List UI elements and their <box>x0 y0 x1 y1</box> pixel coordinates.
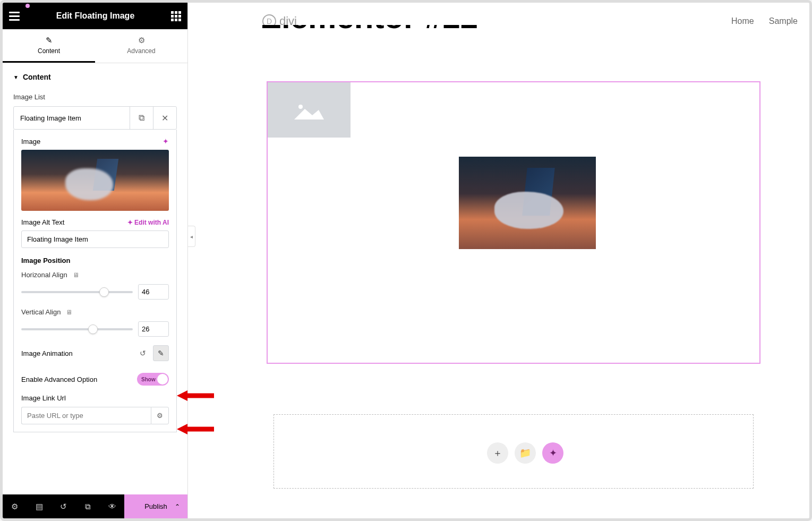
add-section-icon[interactable]: ＋ <box>487 442 508 464</box>
enable-advanced-label: Enable Advanced Option <box>21 375 97 383</box>
desktop-icon[interactable]: 🖥 <box>66 309 72 316</box>
image-animation-label: Image Animation <box>21 349 73 357</box>
gear-icon: ⚙ <box>95 36 187 45</box>
publish-button[interactable]: Publish ⌃ <box>124 494 187 518</box>
nav-home[interactable]: Home <box>731 16 754 26</box>
floating-image[interactable] <box>459 157 596 249</box>
image-list-label: Image List <box>13 93 177 101</box>
close-icon[interactable]: ✕ <box>153 106 176 130</box>
floating-image-widget[interactable] <box>267 81 760 364</box>
repeater-sub-panel: Image ✦ Image Alt Text ✦ Edit with AI Im… <box>13 130 177 432</box>
nav-sample[interactable]: Sample <box>769 16 798 26</box>
settings-icon[interactable]: ⚙ <box>3 494 27 518</box>
responsive-icon[interactable]: ⧉ <box>75 494 100 518</box>
tab-advanced-label: Advanced <box>127 47 155 55</box>
widgets-grid-icon[interactable] <box>171 11 181 21</box>
template-library-icon[interactable]: 📁 <box>515 442 536 464</box>
menu-icon[interactable] <box>9 12 20 21</box>
image-picker[interactable] <box>21 150 169 211</box>
collapse-sidebar-handle[interactable]: ◂ <box>188 226 195 247</box>
annotation-arrow <box>177 390 214 401</box>
section-content-toggle[interactable]: ▼ Content <box>13 73 177 81</box>
annotation-arrow <box>177 424 214 434</box>
link-options-icon[interactable]: ⚙ <box>151 407 169 424</box>
history-icon[interactable]: ↺ <box>52 494 76 518</box>
repeater-item-label: Floating Image Item <box>14 114 130 122</box>
tab-content[interactable]: ✎ Content <box>3 29 95 63</box>
section-title: Content <box>23 73 51 81</box>
editor-sidebar: Edit Floating Image ✎ Content ⚙ Advanced… <box>3 3 188 518</box>
page-title: Elementor #22 <box>260 25 478 53</box>
image-label: Image <box>21 138 40 146</box>
panel-tabs: ✎ Content ⚙ Advanced <box>3 29 187 63</box>
nav-links: Home Sample <box>731 16 798 26</box>
panel-body: ▼ Content Image List Floating Image Item… <box>3 63 187 494</box>
horizontal-align-value[interactable] <box>138 284 169 300</box>
navigator-icon[interactable]: ▤ <box>27 494 52 518</box>
vertical-align-value[interactable] <box>138 321 169 337</box>
panel-title: Edit Floating Image <box>56 11 135 21</box>
alt-text-label: Image Alt Text <box>21 218 64 226</box>
duplicate-icon[interactable]: ⧉ <box>130 106 153 130</box>
edit-icon[interactable]: ✎ <box>153 345 169 361</box>
ai-sparkle-icon[interactable]: ✦ <box>163 137 169 146</box>
caret-down-icon: ▼ <box>13 74 19 80</box>
pencil-icon: ✎ <box>3 36 95 45</box>
notification-dot <box>25 4 30 8</box>
svg-point-0 <box>298 105 303 109</box>
sidebar-footer: ⚙ ▤ ↺ ⧉ 👁 Publish ⌃ <box>3 494 187 518</box>
tab-content-label: Content <box>38 47 60 55</box>
edit-with-ai-link[interactable]: ✦ Edit with AI <box>127 219 169 226</box>
repeater-item[interactable]: Floating Image Item ⧉ ✕ <box>13 106 177 130</box>
vertical-align-slider[interactable] <box>21 328 133 330</box>
image-link-input[interactable] <box>21 407 151 424</box>
preview-icon[interactable]: 👁 <box>100 494 124 518</box>
reset-icon[interactable]: ↺ <box>135 345 151 361</box>
vertical-align-label: Vertical Align <box>21 308 61 316</box>
preview-canvas: D divi Home Sample Elementor #22 ＋ 📁 ✦ <box>188 3 809 518</box>
add-section-controls: ＋ 📁 ✦ <box>487 442 563 464</box>
image-placeholder-icon <box>268 82 351 138</box>
horizontal-align-slider[interactable] <box>21 291 133 293</box>
desktop-icon[interactable]: 🖥 <box>73 271 79 279</box>
horizontal-align-label: Horizonal Align <box>21 271 67 279</box>
sidebar-header: Edit Floating Image <box>3 3 187 29</box>
alt-text-input[interactable] <box>21 230 169 248</box>
tab-advanced[interactable]: ⚙ Advanced <box>95 29 187 63</box>
ai-generate-icon[interactable]: ✦ <box>542 442 563 464</box>
chevron-up-icon: ⌃ <box>175 503 180 510</box>
image-position-heading: Image Position <box>21 257 169 264</box>
image-link-label: Image Link Url <box>21 394 66 402</box>
advanced-option-toggle[interactable]: Show <box>137 373 169 386</box>
